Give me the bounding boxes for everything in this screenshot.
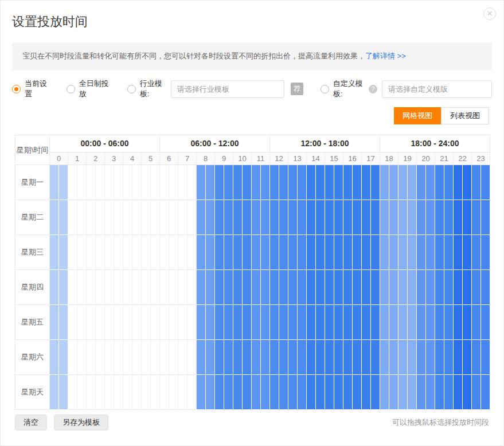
grid-cell[interactable] (472, 375, 481, 410)
grid-cell[interactable] (261, 375, 270, 410)
grid-cell[interactable] (59, 375, 68, 410)
grid-cell[interactable] (77, 270, 87, 305)
grid-cell[interactable] (206, 165, 215, 200)
grid-cell[interactable] (187, 375, 197, 410)
grid-cell[interactable] (316, 375, 325, 410)
tab-grid-view[interactable]: 网格视图 (394, 107, 441, 124)
grid-cell[interactable] (435, 270, 444, 305)
grid-cell[interactable] (270, 200, 279, 235)
grid-cell[interactable] (114, 375, 123, 410)
grid-cell[interactable] (105, 375, 114, 410)
grid-cell[interactable] (261, 200, 270, 235)
grid-cell[interactable] (444, 375, 454, 410)
grid-cell[interactable] (298, 270, 307, 305)
grid-cell[interactable] (252, 270, 261, 305)
grid-cell[interactable] (472, 340, 481, 375)
grid-cell[interactable] (343, 305, 353, 340)
grid-cell[interactable] (215, 165, 224, 200)
grid-cell[interactable] (142, 375, 151, 410)
grid-cell[interactable] (325, 165, 334, 200)
grid-cell[interactable] (298, 235, 307, 270)
grid-cell[interactable] (417, 305, 426, 340)
grid-cell[interactable] (114, 235, 123, 270)
grid-cell[interactable] (206, 200, 215, 235)
grid-cell[interactable] (454, 165, 463, 200)
grid-cell[interactable] (454, 235, 463, 270)
grid-cell[interactable] (50, 340, 59, 375)
grid-cell[interactable] (105, 200, 114, 235)
grid-cell[interactable] (389, 200, 398, 235)
grid-cell[interactable] (233, 340, 243, 375)
grid-cell[interactable] (288, 305, 298, 340)
grid-cell[interactable] (398, 200, 408, 235)
grid-cell[interactable] (160, 235, 169, 270)
grid-cell[interactable] (408, 340, 417, 375)
grid-cell[interactable] (169, 305, 178, 340)
grid-cell[interactable] (325, 200, 334, 235)
grid-cell[interactable] (481, 375, 490, 410)
grid-cell[interactable] (435, 340, 444, 375)
grid-cell[interactable] (215, 340, 224, 375)
grid-cell[interactable] (481, 305, 490, 340)
grid-cell[interactable] (307, 375, 316, 410)
grid-cell[interactable] (362, 200, 371, 235)
grid-cell[interactable] (316, 305, 325, 340)
grid-cell[interactable] (298, 165, 307, 200)
grid-cell[interactable] (454, 375, 463, 410)
grid-cell[interactable] (389, 375, 398, 410)
grid-cell[interactable] (243, 235, 252, 270)
grid-cell[interactable] (197, 235, 206, 270)
grid-cell[interactable] (380, 235, 389, 270)
grid-cell[interactable] (343, 235, 353, 270)
grid-cell[interactable] (59, 270, 68, 305)
grid-cell[interactable] (463, 235, 472, 270)
grid-cell[interactable] (261, 235, 270, 270)
grid-cell[interactable] (353, 235, 362, 270)
grid-cell[interactable] (343, 340, 353, 375)
grid-cell[interactable] (105, 305, 114, 340)
grid-cell[interactable] (481, 235, 490, 270)
grid-cell[interactable] (50, 305, 59, 340)
grid-cell[interactable] (59, 305, 68, 340)
grid-cell[interactable] (142, 165, 151, 200)
grid-cell[interactable] (298, 200, 307, 235)
grid-cell[interactable] (77, 235, 87, 270)
grid-cell[interactable] (187, 270, 197, 305)
grid-cell[interactable] (316, 270, 325, 305)
grid-cell[interactable] (371, 340, 380, 375)
grid-cell[interactable] (435, 235, 444, 270)
grid-cell[interactable] (178, 270, 187, 305)
grid-cell[interactable] (334, 200, 343, 235)
grid-cell[interactable] (343, 200, 353, 235)
grid-cell[interactable] (169, 235, 178, 270)
grid-cell[interactable] (224, 200, 233, 235)
grid-cell[interactable] (105, 235, 114, 270)
grid-cell[interactable] (252, 165, 261, 200)
grid-cell[interactable] (169, 165, 178, 200)
grid-cell[interactable] (132, 340, 142, 375)
grid-cell[interactable] (389, 270, 398, 305)
grid-cell[interactable] (270, 165, 279, 200)
grid-cell[interactable] (187, 200, 197, 235)
grid-cell[interactable] (87, 340, 96, 375)
grid-cell[interactable] (77, 165, 87, 200)
grid-cell[interactable] (87, 305, 96, 340)
grid-cell[interactable] (87, 375, 96, 410)
grid-cell[interactable] (298, 305, 307, 340)
grid-cell[interactable] (279, 200, 288, 235)
grid-cell[interactable] (77, 340, 87, 375)
grid-cell[interactable] (87, 165, 96, 200)
grid-cell[interactable] (408, 270, 417, 305)
grid-cell[interactable] (96, 270, 105, 305)
grid-cell[interactable] (114, 270, 123, 305)
grid-cell[interactable] (160, 200, 169, 235)
grid-cell[interactable] (270, 375, 279, 410)
grid-cell[interactable] (426, 165, 435, 200)
grid-cell[interactable] (279, 270, 288, 305)
grid-cell[interactable] (261, 305, 270, 340)
grid-cell[interactable] (353, 305, 362, 340)
grid-cell[interactable] (325, 340, 334, 375)
grid-cell[interactable] (206, 375, 215, 410)
grid-cell[interactable] (132, 305, 142, 340)
grid-cell[interactable] (353, 200, 362, 235)
